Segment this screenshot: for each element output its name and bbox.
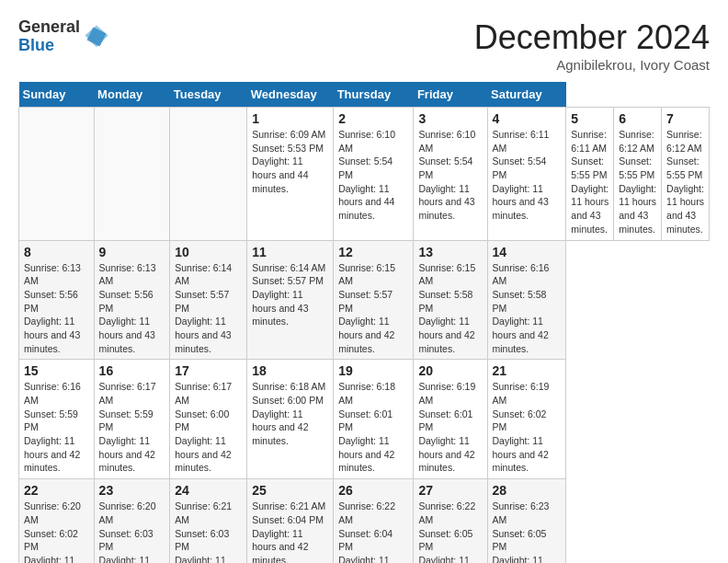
calendar-cell: 19Sunrise: 6:18 AMSunset: 6:01 PMDayligh… (334, 360, 414, 479)
day-info: Sunrise: 6:18 AMSunset: 6:01 PMDaylight:… (338, 380, 408, 475)
day-info: Sunrise: 6:15 AMSunset: 5:58 PMDaylight:… (418, 261, 482, 356)
calendar-cell: 4Sunrise: 6:11 AMSunset: 5:54 PMDaylight… (487, 108, 566, 241)
day-info: Sunrise: 6:20 AMSunset: 6:03 PMDaylight:… (99, 500, 165, 563)
calendar-cell: 15Sunrise: 6:16 AMSunset: 5:59 PMDayligh… (19, 360, 95, 479)
day-info: Sunrise: 6:11 AMSunset: 5:55 PMDaylight:… (571, 128, 609, 236)
day-number: 10 (175, 245, 242, 259)
day-number: 25 (252, 483, 328, 498)
day-info: Sunrise: 6:10 AMSunset: 5:54 PMDaylight:… (418, 128, 482, 223)
calendar-cell: 5Sunrise: 6:11 AMSunset: 5:55 PMDaylight… (566, 108, 614, 241)
title-block: December 2024 Agnibilekrou, Ivory Coast (474, 18, 710, 73)
calendar-cell: 1Sunrise: 6:09 AMSunset: 5:53 PMDaylight… (247, 108, 334, 241)
day-number: 8 (24, 245, 89, 259)
header-friday: Friday (414, 82, 487, 108)
day-number: 24 (175, 483, 242, 498)
day-info: Sunrise: 6:21 AMSunset: 6:03 PMDaylight:… (175, 500, 242, 563)
calendar-week-2: 8Sunrise: 6:13 AMSunset: 5:56 PMDaylight… (19, 240, 710, 360)
calendar-header-row: SundayMondayTuesdayWednesdayThursdayFrid… (19, 82, 710, 108)
day-info: Sunrise: 6:13 AMSunset: 5:56 PMDaylight:… (24, 261, 89, 356)
day-info: Sunrise: 6:20 AMSunset: 6:02 PMDaylight:… (24, 500, 89, 563)
calendar-week-3: 15Sunrise: 6:16 AMSunset: 5:59 PMDayligh… (19, 360, 710, 479)
calendar-cell: 7Sunrise: 6:12 AMSunset: 5:55 PMDaylight… (662, 108, 710, 241)
page-header: General Blue December 2024 Agnibilekrou,… (18, 18, 710, 73)
calendar-week-4: 22Sunrise: 6:20 AMSunset: 6:02 PMDayligh… (19, 479, 710, 563)
calendar-cell: 23Sunrise: 6:20 AMSunset: 6:03 PMDayligh… (94, 479, 170, 563)
calendar-cell: 27Sunrise: 6:22 AMSunset: 6:05 PMDayligh… (414, 479, 487, 563)
svg-marker-1 (85, 25, 108, 47)
day-info: Sunrise: 6:22 AMSunset: 6:05 PMDaylight:… (418, 500, 482, 563)
calendar-cell (19, 108, 95, 241)
calendar-cell: 28Sunrise: 6:23 AMSunset: 6:05 PMDayligh… (487, 479, 566, 563)
logo-icon (84, 24, 109, 50)
header-sunday: Sunday (19, 82, 95, 108)
day-info: Sunrise: 6:17 AMSunset: 6:00 PMDaylight:… (175, 380, 242, 475)
day-number: 13 (418, 245, 482, 259)
calendar-cell: 3Sunrise: 6:10 AMSunset: 5:54 PMDaylight… (414, 108, 487, 241)
calendar-cell: 8Sunrise: 6:13 AMSunset: 5:56 PMDaylight… (19, 240, 95, 360)
day-number: 27 (418, 483, 482, 498)
header-wednesday: Wednesday (247, 82, 334, 108)
day-number: 12 (338, 245, 408, 259)
calendar-cell: 16Sunrise: 6:17 AMSunset: 5:59 PMDayligh… (94, 360, 170, 479)
header-tuesday: Tuesday (170, 82, 247, 108)
day-info: Sunrise: 6:10 AMSunset: 5:54 PMDaylight:… (338, 128, 408, 223)
day-info: Sunrise: 6:11 AMSunset: 5:54 PMDaylight:… (493, 128, 562, 223)
day-info: Sunrise: 6:12 AMSunset: 5:55 PMDaylight:… (666, 128, 704, 236)
day-number: 17 (175, 363, 242, 378)
calendar-cell: 21Sunrise: 6:19 AMSunset: 6:02 PMDayligh… (487, 360, 566, 479)
day-number: 20 (418, 363, 482, 378)
calendar-cell: 10Sunrise: 6:14 AMSunset: 5:57 PMDayligh… (170, 240, 247, 360)
header-monday: Monday (94, 82, 170, 108)
header-saturday: Saturday (487, 82, 566, 108)
day-number: 18 (252, 363, 328, 378)
day-number: 7 (666, 111, 704, 126)
calendar-cell: 14Sunrise: 6:16 AMSunset: 5:58 PMDayligh… (487, 240, 566, 360)
day-info: Sunrise: 6:14 AMSunset: 5:57 PMDaylight:… (252, 261, 328, 328)
day-info: Sunrise: 6:21 AMSunset: 6:04 PMDaylight:… (252, 500, 328, 563)
calendar-cell: 12Sunrise: 6:15 AMSunset: 5:57 PMDayligh… (334, 240, 414, 360)
calendar-cell: 13Sunrise: 6:15 AMSunset: 5:58 PMDayligh… (414, 240, 487, 360)
day-number: 22 (24, 483, 89, 498)
day-number: 14 (493, 245, 562, 259)
calendar-cell: 6Sunrise: 6:12 AMSunset: 5:55 PMDaylight… (614, 108, 662, 241)
day-number: 1 (252, 111, 328, 126)
day-info: Sunrise: 6:14 AMSunset: 5:57 PMDaylight:… (175, 261, 242, 356)
calendar-table: SundayMondayTuesdayWednesdayThursdayFrid… (18, 82, 710, 563)
logo-blue: Blue (18, 37, 80, 55)
location: Agnibilekrou, Ivory Coast (474, 57, 710, 73)
day-info: Sunrise: 6:09 AMSunset: 5:53 PMDaylight:… (252, 128, 328, 195)
calendar-cell: 17Sunrise: 6:17 AMSunset: 6:00 PMDayligh… (170, 360, 247, 479)
day-info: Sunrise: 6:15 AMSunset: 5:57 PMDaylight:… (338, 261, 408, 356)
calendar-cell: 20Sunrise: 6:19 AMSunset: 6:01 PMDayligh… (414, 360, 487, 479)
day-info: Sunrise: 6:17 AMSunset: 5:59 PMDaylight:… (99, 380, 165, 475)
day-info: Sunrise: 6:23 AMSunset: 6:05 PMDaylight:… (493, 500, 562, 563)
calendar-cell: 26Sunrise: 6:22 AMSunset: 6:04 PMDayligh… (334, 479, 414, 563)
day-number: 28 (493, 483, 562, 498)
day-info: Sunrise: 6:13 AMSunset: 5:56 PMDaylight:… (99, 261, 165, 356)
logo-general: General (18, 18, 80, 37)
day-number: 19 (338, 363, 408, 378)
day-number: 6 (619, 111, 656, 126)
day-info: Sunrise: 6:12 AMSunset: 5:55 PMDaylight:… (619, 128, 656, 236)
calendar-cell (170, 108, 247, 241)
calendar-week-1: 1Sunrise: 6:09 AMSunset: 5:53 PMDaylight… (19, 108, 710, 241)
day-info: Sunrise: 6:19 AMSunset: 6:02 PMDaylight:… (493, 380, 562, 475)
day-number: 3 (418, 111, 482, 126)
logo: General Blue (18, 18, 109, 55)
calendar-cell: 25Sunrise: 6:21 AMSunset: 6:04 PMDayligh… (247, 479, 334, 563)
calendar-cell: 11Sunrise: 6:14 AMSunset: 5:57 PMDayligh… (247, 240, 334, 360)
day-info: Sunrise: 6:18 AMSunset: 6:00 PMDaylight:… (252, 380, 328, 447)
calendar-cell: 22Sunrise: 6:20 AMSunset: 6:02 PMDayligh… (19, 479, 95, 563)
calendar-cell: 2Sunrise: 6:10 AMSunset: 5:54 PMDaylight… (334, 108, 414, 241)
day-info: Sunrise: 6:16 AMSunset: 5:59 PMDaylight:… (24, 380, 89, 475)
day-number: 9 (99, 245, 165, 259)
month-title: December 2024 (474, 18, 710, 57)
day-number: 21 (493, 363, 562, 378)
day-info: Sunrise: 6:22 AMSunset: 6:04 PMDaylight:… (338, 500, 408, 563)
day-number: 26 (338, 483, 408, 498)
day-number: 5 (571, 111, 609, 126)
calendar-cell: 9Sunrise: 6:13 AMSunset: 5:56 PMDaylight… (94, 240, 170, 360)
day-number: 2 (338, 111, 408, 126)
day-number: 16 (99, 363, 165, 378)
calendar-cell: 24Sunrise: 6:21 AMSunset: 6:03 PMDayligh… (170, 479, 247, 563)
